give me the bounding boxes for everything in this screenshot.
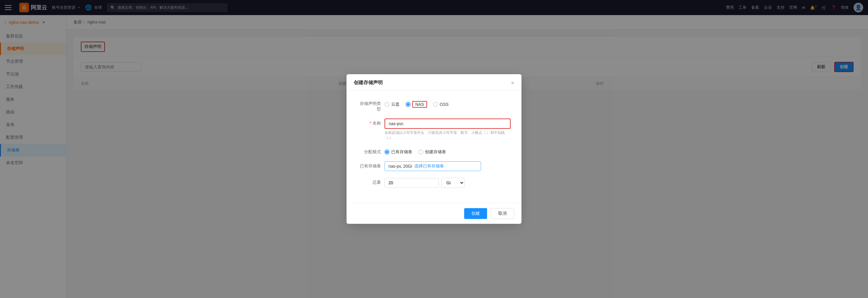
capacity-content: Gi Mi Ti [384,178,510,188]
type-nas[interactable]: NAS [406,101,427,108]
radio-oss-circle [433,102,438,107]
type-oss[interactable]: OSS [433,102,449,107]
select-existing-pv-link[interactable]: 选择已有存储卷 [414,163,444,169]
modal-overlay[interactable]: 创建存储声明 × 存储声明类型 云盘 NAS [0,0,868,298]
name-input[interactable] [384,119,510,129]
modal-header: 创建存储声明 × [346,74,522,90]
pv-input-display: nas-pv, 20Gi 选择已有存储卷 [384,161,481,171]
radio-nas-circle [406,102,410,107]
capacity-input[interactable] [384,178,439,188]
capacity-label: 总量 [358,178,384,185]
existing-pv-form-row: 已有存储卷 nas-pv, 20Gi 选择已有存储卷 [358,161,510,171]
capacity-unit-select[interactable]: Gi Mi Ti [441,178,464,188]
mode-form-row: 分配模式 已有存储卷 创建存储卷 [358,147,510,155]
radio-create-pv-label: 创建存储卷 [425,149,446,155]
type-label: 存储声明类型 [358,99,384,112]
pv-value: nas-pv, 20Gi [389,164,412,169]
radio-cloud-disk-circle [384,102,390,107]
existing-pv-label: 已有存储卷 [358,161,384,169]
modal-footer: 创建 取消 [346,203,522,224]
modal-cancel-button[interactable]: 取消 [491,208,514,219]
name-content: 名称必须以小写字母开头，只能包含小写字母、数字、小数点（.）和中划线（-） [384,119,510,141]
type-form-row: 存储声明类型 云盘 NAS OSS [358,99,510,112]
existing-pv-content: nas-pv, 20Gi 选择已有存储卷 [384,161,510,171]
radio-existing-pv-label: 已有存储卷 [391,149,412,155]
modal-close-button[interactable]: × [511,80,514,86]
mode-create-pv[interactable]: 创建存储卷 [418,149,446,155]
radio-existing-pv-circle [384,150,390,154]
type-cloud-disk[interactable]: 云盘 [384,102,400,107]
name-form-row: 名称 名称必须以小写字母开头，只能包含小写字母、数字、小数点（.）和中划线（-） [358,119,510,141]
mode-existing-pv[interactable]: 已有存储卷 [384,149,412,155]
modal-create-button[interactable]: 创建 [464,208,487,219]
name-label: 名称 [358,119,384,126]
radio-nas-label: NAS [412,101,427,108]
mode-radio-group: 已有存储卷 创建存储卷 [384,147,510,155]
type-options: 云盘 NAS OSS [384,99,510,108]
radio-oss-label: OSS [440,102,449,107]
modal-body: 存储声明类型 云盘 NAS OSS [346,90,522,203]
capacity-form-row: 总量 Gi Mi Ti [358,178,510,188]
create-storage-claim-modal: 创建存储声明 × 存储声明类型 云盘 NAS [346,74,522,224]
radio-cloud-disk-label: 云盘 [391,102,400,107]
mode-label: 分配模式 [358,147,384,155]
type-radio-group: 云盘 NAS OSS [384,99,510,108]
mode-options: 已有存储卷 创建存储卷 [384,147,510,155]
radio-create-pv-circle [418,150,423,154]
capacity-row: Gi Mi Ti [384,178,510,188]
name-hint: 名称必须以小写字母开头，只能包含小写字母、数字、小数点（.）和中划线（-） [384,130,510,141]
modal-title: 创建存储声明 [354,80,383,86]
